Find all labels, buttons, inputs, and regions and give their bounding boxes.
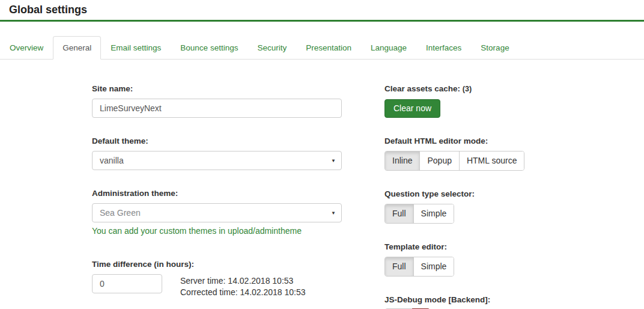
tab-interfaces[interactable]: Interfaces	[416, 36, 471, 60]
default-theme-select[interactable]: vanilla ▼	[92, 151, 342, 170]
tab-storage[interactable]: Storage	[471, 36, 518, 60]
clear-cache-label-text: Clear assets cache:	[384, 84, 460, 93]
server-times: Server time: 14.02.2018 10:53 Corrected …	[180, 274, 306, 298]
admin-theme-group: Administration theme: Sea Green ▼ You ca…	[92, 188, 342, 236]
admin-theme-value: Sea Green	[100, 208, 327, 218]
right-column: Clear assets cache: (3) Clear now Defaul…	[384, 84, 583, 309]
left-column: Site name: Default theme: vanilla ▼ Admi…	[92, 84, 342, 309]
question-type-simple-button[interactable]: Simple	[414, 204, 454, 223]
admin-theme-help: You can add your custom themes in upload…	[92, 226, 342, 236]
time-difference-input[interactable]	[92, 274, 162, 293]
default-theme-label: Default theme:	[92, 136, 342, 146]
js-debug-group: JS-Debug mode [Backend]:	[384, 295, 583, 309]
html-editor-mode-group: Default HTML editor mode: Inline Popup H…	[384, 136, 583, 171]
tab-security[interactable]: Security	[248, 36, 296, 60]
tab-presentation[interactable]: Presentation	[296, 36, 361, 60]
html-editor-popup-button[interactable]: Popup	[420, 151, 459, 170]
template-editor-buttons: Full Simple	[384, 257, 454, 277]
page-title: Global settings	[9, 4, 635, 16]
cache-count-badge: (3)	[463, 85, 472, 93]
html-editor-source-button[interactable]: HTML source	[460, 151, 524, 170]
chevron-down-icon: ▼	[331, 158, 336, 164]
default-theme-value: vanilla	[100, 156, 327, 165]
time-difference-group: Time difference (in hours): Server time:…	[92, 259, 342, 298]
tab-general[interactable]: General	[53, 36, 101, 60]
server-time-text: Server time: 14.02.2018 10:53	[180, 275, 306, 287]
site-name-label: Site name:	[92, 84, 342, 94]
chevron-down-icon: ▼	[331, 210, 336, 216]
tab-language[interactable]: Language	[361, 36, 416, 60]
clear-cache-group: Clear assets cache: (3) Clear now	[384, 84, 583, 118]
admin-theme-select[interactable]: Sea Green ▼	[92, 203, 342, 222]
admin-theme-label: Administration theme:	[92, 188, 342, 198]
template-editor-full-button[interactable]: Full	[385, 257, 414, 276]
site-name-group: Site name:	[92, 84, 342, 118]
js-debug-label: JS-Debug mode [Backend]:	[384, 295, 583, 305]
question-type-selector-label: Question type selector:	[384, 189, 583, 199]
tab-bar: Overview General Email settings Bounce s…	[0, 36, 644, 60]
global-settings-page: Global settings Overview General Email s…	[0, 0, 644, 309]
html-editor-mode-label: Default HTML editor mode:	[384, 136, 583, 146]
html-editor-mode-buttons: Inline Popup HTML source	[384, 151, 524, 171]
tab-bounce-settings[interactable]: Bounce settings	[171, 36, 248, 60]
page-header: Global settings	[0, 0, 644, 22]
tab-email-settings[interactable]: Email settings	[101, 36, 171, 60]
corrected-time-text: Corrected time: 14.02.2018 10:53	[180, 287, 306, 298]
site-name-input[interactable]	[92, 99, 342, 118]
question-type-selector-group: Question type selector: Full Simple	[384, 189, 583, 224]
template-editor-label: Template editor:	[384, 242, 583, 252]
time-difference-label: Time difference (in hours):	[92, 259, 342, 269]
clear-cache-label: Clear assets cache: (3)	[384, 84, 583, 94]
settings-form: Site name: Default theme: vanilla ▼ Admi…	[0, 60, 644, 309]
template-editor-simple-button[interactable]: Simple	[414, 257, 454, 276]
html-editor-inline-button[interactable]: Inline	[385, 151, 420, 170]
question-type-full-button[interactable]: Full	[385, 204, 414, 223]
default-theme-group: Default theme: vanilla ▼	[92, 136, 342, 170]
tab-overview[interactable]: Overview	[0, 36, 53, 60]
question-type-buttons: Full Simple	[384, 204, 454, 224]
clear-now-button[interactable]: Clear now	[384, 99, 440, 118]
template-editor-group: Template editor: Full Simple	[384, 242, 583, 277]
